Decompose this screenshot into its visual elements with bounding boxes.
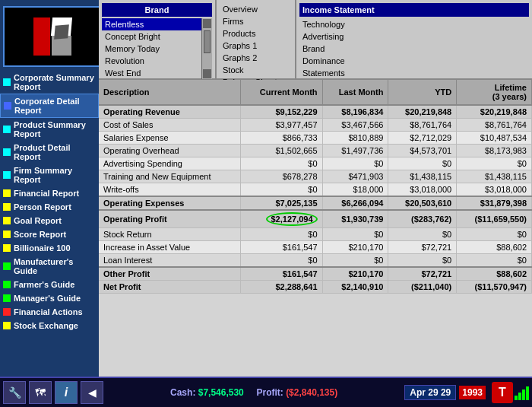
cell-ytd-operating-profit: ($283,762) <box>388 210 457 228</box>
cell-desc-operating-profit: Operating Profit <box>99 210 241 228</box>
dot-farmers-guide <box>3 281 11 288</box>
brand-item-west-end[interactable]: West End <box>102 67 201 79</box>
nav-left-firms[interactable]: Firms <box>220 15 292 27</box>
sidebar-item-firm-summary[interactable]: Firm Summary Report <box>0 164 99 186</box>
logo-red-bar <box>33 17 50 56</box>
label-billionaire-100: Billionaire 100 <box>14 243 71 253</box>
cell-desc-loan-interest: Loan Interest <box>99 254 241 268</box>
cell-last-operating-revenue: $8,196,834 <box>322 105 388 119</box>
cell-current-salaries-expense: $866,733 <box>241 132 323 145</box>
table-row-stock-return: Stock Return$0$0$0$0 <box>99 228 532 241</box>
dot-score-report <box>3 231 11 238</box>
sidebar-item-manufacturers-guide[interactable]: Manufacturer's Guide <box>0 255 99 278</box>
dot-corporate-detail <box>4 102 11 110</box>
cell-last-operating-expenses: $6,266,094 <box>322 196 388 210</box>
cell-last-other-profit: $210,170 <box>322 267 388 281</box>
sidebar-item-product-detail[interactable]: Product Detail Report <box>0 141 99 164</box>
sidebar-item-corporate-summary[interactable]: Corporate Summary Report <box>0 71 99 94</box>
nav-left-overview[interactable]: Overview <box>220 3 292 15</box>
dot-financial-report <box>3 189 11 197</box>
col-description: Description <box>99 80 241 105</box>
cell-desc-other-profit: Other Profit <box>99 267 241 281</box>
cell-desc-training-equipment: Training and New Equipment <box>99 170 241 183</box>
brand-item-revolution[interactable]: Revolution <box>102 55 201 67</box>
date-month: Apr 29 <box>410 387 438 398</box>
sidebar-item-product-summary[interactable]: Product Summary Report <box>0 118 99 141</box>
sidebar-item-goal-report[interactable]: Goal Report <box>0 214 99 227</box>
cell-current-operating-profit: $2,127,094 <box>241 210 323 228</box>
nav-right-advertising[interactable]: Advertising <box>299 30 529 43</box>
table-row-operating-overhead: Operating Overhead$1,502,665$1,497,736$4… <box>99 145 532 157</box>
brand-item-concept-bright[interactable]: Concept Bright <box>102 30 201 43</box>
dot-firm-summary <box>3 171 11 179</box>
nav-right-brand[interactable]: Brand <box>299 43 529 55</box>
col-lifetime: Lifetime(3 years) <box>457 80 532 105</box>
cell-current-training-equipment: $678,278 <box>241 170 323 183</box>
dot-person-report <box>3 203 11 211</box>
cash-value: $7,546,530 <box>198 387 244 398</box>
col-current-month: Current Month <box>241 80 323 105</box>
nav-right-technology[interactable]: Technology <box>299 18 529 30</box>
nav-left-stock[interactable]: Stock <box>220 64 292 76</box>
table-row-advertising-spending: Advertising Spending$0$0$0$0 <box>99 157 532 170</box>
table-row-write-offs: Write-offs$0$18,000$3,018,000$3,018,000 <box>99 183 532 197</box>
income-statement-table: Description Current Month Last Month YTD… <box>99 80 532 294</box>
data-table-container: Description Current Month Last Month YTD… <box>99 80 532 377</box>
dot-manufacturers-guide <box>3 262 11 270</box>
sidebar-item-person-report[interactable]: Person Report <box>0 200 99 214</box>
nav-left-graphs2[interactable]: Graphs 2 <box>220 52 292 64</box>
brand-header: Brand <box>102 3 212 17</box>
brand-item-relentless[interactable]: Relentless <box>102 18 201 30</box>
cell-last-write-offs: $18,000 <box>322 183 388 197</box>
back-icon[interactable]: ◀ <box>81 381 103 404</box>
nav-right-statements[interactable]: Statements <box>299 67 529 79</box>
table-row-loan-interest: Loan Interest$0$0$0$0 <box>99 254 532 268</box>
sidebar-item-financial-actions[interactable]: Financial Actions <box>0 305 99 319</box>
sidebar-items-list: Corporate Summary ReportCorporate Detail… <box>0 71 99 332</box>
map-icon[interactable]: 🗺 <box>29 381 52 404</box>
nav-left-graphs1[interactable]: Graphs 1 <box>220 40 292 52</box>
cell-ytd-cost-of-sales: $8,761,764 <box>388 119 457 132</box>
brand-item-memory-today[interactable]: Memory Today <box>102 43 201 55</box>
nav-left-products[interactable]: Products <box>220 27 292 40</box>
sidebar-item-stock-exchange[interactable]: Stock Exchange <box>0 319 99 332</box>
nav-left-section: OverviewFirmsProductsGraphs 1Graphs 2Sto… <box>217 0 296 78</box>
dot-financial-actions <box>3 308 11 316</box>
cell-current-operating-revenue: $9,152,229 <box>241 105 323 119</box>
col-last-month: Last Month <box>322 80 388 105</box>
brand-scrollbar[interactable] <box>201 18 212 79</box>
cell-lifetime-operating-expenses: $31,879,398 <box>457 196 532 210</box>
cell-last-training-equipment: $471,903 <box>322 170 388 183</box>
cell-last-stock-return: $0 <box>322 228 388 241</box>
date-display: Apr 29 29 <box>404 385 456 400</box>
cell-ytd-increase-asset-value: $72,721 <box>388 241 457 254</box>
cell-ytd-operating-overhead: $4,573,701 <box>388 145 457 157</box>
label-manufacturers-guide: Manufacturer's Guide <box>14 257 96 275</box>
dot-goal-report <box>3 217 11 224</box>
cell-lifetime-write-offs: $3,018,000 <box>457 183 532 197</box>
sidebar-item-financial-report[interactable]: Financial Report <box>0 186 99 200</box>
nav-right-dominance[interactable]: Dominance <box>299 55 529 67</box>
table-row-cost-of-sales: Cost of Sales$3,977,457$3,467,566$8,761,… <box>99 119 532 132</box>
cell-current-operating-expenses: $7,025,135 <box>241 196 323 210</box>
t-icon[interactable]: T <box>492 382 513 403</box>
sidebar-item-farmers-guide[interactable]: Farmer's Guide <box>0 278 99 291</box>
cell-desc-cost-of-sales: Cost of Sales <box>99 119 241 132</box>
tools-icon[interactable]: 🔧 <box>3 381 26 404</box>
table-row-operating-profit: Operating Profit$2,127,094$1,930,739($28… <box>99 210 532 228</box>
info-icon[interactable]: i <box>55 381 78 404</box>
date-year: 1993 <box>459 386 486 399</box>
sidebar-item-billionaire-100[interactable]: Billionaire 100 <box>0 241 99 255</box>
sidebar: Corporate Summary ReportCorporate Detail… <box>0 0 99 377</box>
cell-lifetime-loan-interest: $0 <box>457 254 532 268</box>
signal-bars <box>515 385 529 400</box>
cell-desc-advertising-spending: Advertising Spending <box>99 157 241 170</box>
sidebar-item-corporate-detail[interactable]: Corporate Detail Report <box>0 94 99 118</box>
cell-desc-stock-return: Stock Return <box>99 228 241 241</box>
sidebar-item-managers-guide[interactable]: Manager's Guide <box>0 291 99 305</box>
scroll-thumb[interactable] <box>204 30 211 53</box>
brand-list-items[interactable]: RelentlessConcept BrightMemory TodayRevo… <box>102 18 201 79</box>
cell-current-other-profit: $161,547 <box>241 267 323 281</box>
sidebar-item-score-report[interactable]: Score Report <box>0 227 99 241</box>
cell-current-net-profit: $2,288,641 <box>241 281 323 294</box>
